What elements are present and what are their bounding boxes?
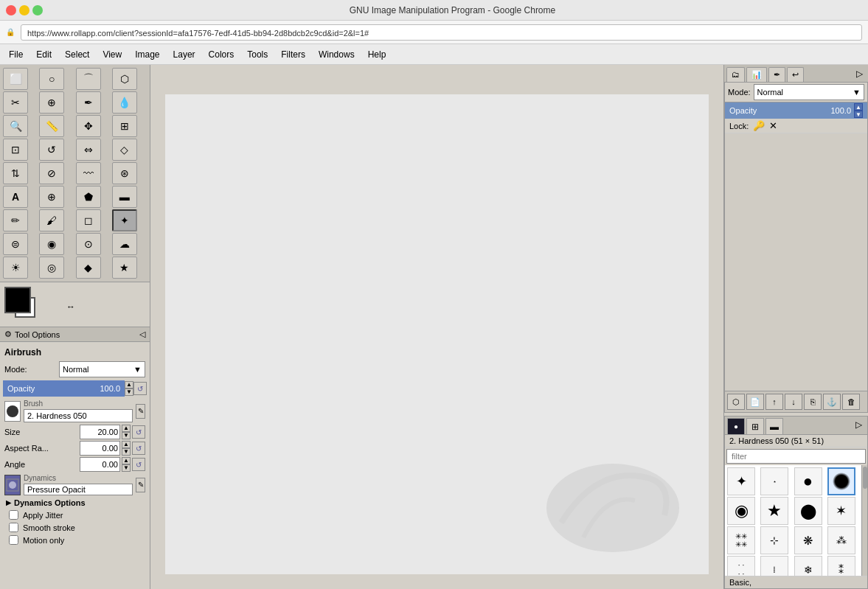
brush-cell-6[interactable]: ★ bbox=[760, 497, 788, 525]
brushes-patterns-tab[interactable]: ⊞ bbox=[746, 418, 764, 434]
menu-edit[interactable]: Edit bbox=[30, 48, 58, 61]
close-button[interactable] bbox=[6, 5, 16, 15]
color-picker-tool[interactable]: 💧 bbox=[112, 91, 137, 114]
aspect-down[interactable]: ▼ bbox=[122, 448, 131, 456]
panel-menu-button[interactable]: ▷ bbox=[853, 67, 866, 82]
layers-opacity-spinner[interactable]: ▲ ▼ bbox=[854, 103, 863, 118]
shear-tool[interactable]: ◇ bbox=[112, 139, 137, 161]
brush-cell-4[interactable] bbox=[827, 467, 855, 495]
dynamics-edit-button[interactable]: ✎ bbox=[136, 478, 145, 492]
dynamics-options-header[interactable]: ▶ Dynamics Options bbox=[3, 497, 147, 509]
flip-tool[interactable]: ⇅ bbox=[3, 162, 28, 184]
mode-dropdown[interactable]: Normal ▼ bbox=[59, 361, 145, 377]
angle-spinner[interactable]: ▲ ▼ bbox=[122, 457, 131, 472]
lock-position-icon[interactable]: ✕ bbox=[769, 120, 777, 131]
apply-jitter-checkbox[interactable] bbox=[9, 510, 18, 520]
angle-input[interactable] bbox=[80, 457, 120, 472]
dynamics-input[interactable] bbox=[24, 484, 133, 495]
clone-tool[interactable]: ⊙ bbox=[76, 233, 101, 255]
brush-cell-7[interactable]: ⬤ bbox=[794, 497, 822, 525]
lower-layer-button[interactable]: ↓ bbox=[785, 394, 802, 410]
warp-tool[interactable]: 〰 bbox=[76, 162, 101, 184]
size-spinner[interactable]: ▲ ▼ bbox=[122, 425, 131, 439]
brush-name-input[interactable] bbox=[24, 409, 133, 422]
minimize-button[interactable] bbox=[19, 5, 29, 15]
brush-filter-input[interactable] bbox=[726, 449, 866, 464]
brush-edit-button[interactable]: ✎ bbox=[136, 404, 145, 419]
angle-reset[interactable]: ↺ bbox=[132, 458, 145, 471]
brush-cell-14[interactable]: ⁞ bbox=[760, 556, 788, 576]
angle-up[interactable]: ▲ bbox=[122, 457, 131, 464]
foreground-select-tool[interactable]: ⊕ bbox=[39, 91, 64, 114]
browser-controls[interactable] bbox=[6, 5, 43, 15]
maximize-button[interactable] bbox=[32, 5, 43, 15]
menu-image[interactable]: Image bbox=[129, 48, 165, 61]
opacity-up[interactable]: ▲ bbox=[125, 381, 133, 388]
opacity-reset[interactable]: ↺ bbox=[133, 382, 147, 395]
canvas-area[interactable] bbox=[150, 65, 723, 589]
motion-only-checkbox[interactable] bbox=[9, 535, 18, 545]
cage-tool[interactable]: ⊘ bbox=[39, 162, 64, 184]
brush-cell-2[interactable]: ⋆ bbox=[760, 467, 788, 495]
size-down[interactable]: ▼ bbox=[122, 432, 131, 439]
new-layer-button[interactable]: 📄 bbox=[746, 394, 764, 410]
address-url[interactable]: https://www.rollapp.com/client?sessionId… bbox=[21, 24, 862, 41]
text-tool[interactable]: A bbox=[3, 186, 28, 208]
ink-tool[interactable]: ⊜ bbox=[3, 233, 28, 255]
channels-tab[interactable]: 📊 bbox=[746, 67, 767, 82]
lock-pixels-icon[interactable]: 🔑 bbox=[753, 120, 765, 131]
unified-tool[interactable]: ⊛ bbox=[112, 162, 137, 184]
menu-layer[interactable]: Layer bbox=[167, 48, 201, 61]
rect-select-tool[interactable]: ⬜ bbox=[3, 68, 28, 90]
paths-tab[interactable]: ✒ bbox=[768, 67, 785, 82]
new-layer-group-button[interactable]: ⬡ bbox=[727, 394, 745, 410]
brush-cell-10[interactable]: ⊹ bbox=[760, 526, 788, 554]
paths-tool[interactable]: ✒ bbox=[76, 91, 101, 114]
align-tool[interactable]: ⊞ bbox=[112, 115, 137, 137]
smooth-stroke-checkbox[interactable] bbox=[9, 523, 18, 532]
layers-opacity-down[interactable]: ▼ bbox=[854, 111, 863, 118]
desaturate-tool[interactable]: ◎ bbox=[39, 257, 64, 279]
angle-down[interactable]: ▼ bbox=[122, 464, 131, 472]
foreground-color[interactable] bbox=[4, 287, 31, 313]
ellipse-select-tool[interactable]: ○ bbox=[39, 68, 64, 90]
brushes-gradients-tab[interactable]: ▬ bbox=[765, 418, 783, 434]
brush-cell-11[interactable]: ❋ bbox=[794, 526, 822, 554]
brushes-panel-menu[interactable]: ▷ bbox=[853, 418, 865, 434]
layers-opacity-up[interactable]: ▲ bbox=[854, 103, 863, 111]
zoom-tool[interactable]: 🔍 bbox=[3, 115, 28, 137]
brush-cell-13[interactable]: · ·· · bbox=[727, 556, 755, 576]
brush-cell-5[interactable]: ◉ bbox=[727, 497, 755, 525]
menu-select[interactable]: Select bbox=[59, 48, 95, 61]
opacity-spinner[interactable]: ▲ ▼ bbox=[125, 381, 133, 396]
paintbrush-tool[interactable]: 🖌 bbox=[39, 209, 64, 231]
menu-view[interactable]: View bbox=[97, 48, 128, 61]
brush-cell-1[interactable]: ✦ bbox=[727, 467, 755, 495]
scissors-tool[interactable]: ✂ bbox=[3, 91, 28, 114]
layers-mode-dropdown[interactable]: Normal ▼ bbox=[754, 84, 864, 100]
brush-cell-3[interactable]: ● bbox=[794, 467, 822, 495]
move-tool[interactable]: ✥ bbox=[76, 115, 101, 137]
measure-tool[interactable]: 📏 bbox=[39, 115, 64, 137]
pencil-tool[interactable]: ✏ bbox=[3, 209, 28, 231]
scale-tool[interactable]: ⇔ bbox=[76, 139, 101, 161]
layers-tab[interactable]: 🗂 bbox=[726, 67, 745, 82]
duplicate-layer-button[interactable]: ⎘ bbox=[804, 394, 822, 410]
tool-options-collapse[interactable]: ◁ bbox=[139, 330, 145, 339]
menu-help[interactable]: Help bbox=[362, 48, 392, 61]
brush-cell-15[interactable]: ❄ bbox=[794, 556, 822, 576]
opacity-slider[interactable]: Opacity bbox=[3, 380, 95, 397]
eraser-tool[interactable]: ◻ bbox=[76, 209, 101, 231]
rotate-tool[interactable]: ↺ bbox=[39, 139, 64, 161]
menu-tools[interactable]: Tools bbox=[241, 48, 274, 61]
brush-scrollbar[interactable] bbox=[861, 465, 867, 576]
undo-tab[interactable]: ↩ bbox=[787, 67, 804, 82]
airbrush-tool[interactable]: ✦ bbox=[112, 209, 137, 231]
delete-layer-button[interactable]: 🗑 bbox=[842, 394, 860, 410]
heal-tool[interactable]: ⊕ bbox=[39, 186, 64, 208]
crop-tool[interactable]: ⊡ bbox=[3, 139, 28, 161]
brush-cell-12[interactable]: ⁂ bbox=[827, 526, 855, 554]
brush-cell-8[interactable]: ✶ bbox=[827, 497, 855, 525]
menu-filters[interactable]: Filters bbox=[275, 48, 311, 61]
aspect-reset[interactable]: ↺ bbox=[132, 442, 145, 455]
